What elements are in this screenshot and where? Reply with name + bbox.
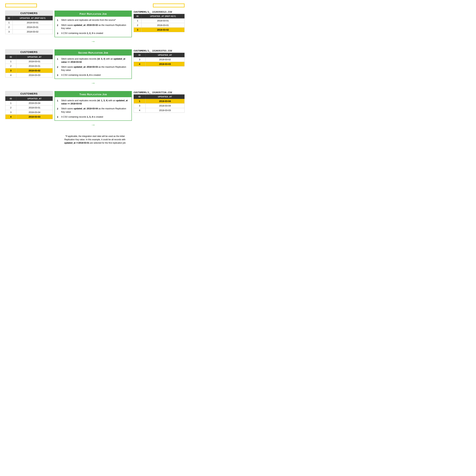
dest-header xyxy=(153,3,185,7)
job-item-number: 3 xyxy=(57,74,60,77)
arrow-icon: → xyxy=(91,122,95,128)
table-row: 32018-03-02 xyxy=(5,68,53,73)
dest-table-first: CUSTOMERS/1_ 1520350313.CSVIDUPDATED_AT … xyxy=(134,11,185,32)
table-cell-date: 2018-03-03 xyxy=(146,62,185,66)
job-box-third: Third Replication Job1Stitch selects and… xyxy=(54,91,132,121)
table-row: 12018-03-04 xyxy=(5,101,53,105)
table-cell-id: 3 xyxy=(5,30,13,34)
table-column-header: UPDATED_AT (REP KEY) xyxy=(141,14,185,18)
job-item-text: Stitch selects and replicates records (i… xyxy=(61,57,129,64)
table-row: 42018-03-03 xyxy=(5,73,53,77)
job-box-wrapper-first: First Replication Job1Stitch selects and… xyxy=(54,11,132,44)
source-data-table-third: IDUPDATED_AT12018-03-0422018-03-0132018-… xyxy=(5,96,53,119)
table-cell-id: 1 xyxy=(5,59,16,64)
table-cell-id: 1 xyxy=(134,99,146,103)
job-item-text: Stitch saves updated_at: 2018-03-04 as t… xyxy=(61,107,129,113)
job-item-2-1: 2Stitch saves updated_at: 2018-03-04 as … xyxy=(57,107,129,113)
source-table-second: CUSTOMERSIDUPDATED_AT12018-03-0122018-03… xyxy=(5,49,53,78)
table-cell-date: 2018-03-01 xyxy=(13,20,53,25)
table-row: 32018-03-04 xyxy=(134,103,185,108)
table-cell-date: 2018-03-02 xyxy=(13,30,53,34)
table-cell-date: 2018-03-01 xyxy=(16,59,53,64)
dest-file-label-third: CUSTOMERS/1_ 1520357726.CSV xyxy=(134,91,185,94)
job-content-second: 1Stitch selects and replicates records (… xyxy=(55,55,132,79)
table-cell-date: 2018-03-03 xyxy=(146,108,185,113)
table-row: 22018-03-01 xyxy=(5,105,53,110)
job-item-1-2: 3A CSV containing records 3, 4 is create… xyxy=(57,73,129,77)
section-row-third: CUSTOMERSIDUPDATED_AT12018-03-0422018-03… xyxy=(3,91,186,128)
table-cell-date: 2018-03-01 xyxy=(16,64,53,68)
job-item-number: 1 xyxy=(57,57,60,61)
table-row: 32018-03-02 xyxy=(134,28,185,32)
table-cell-id: 3 xyxy=(134,28,141,32)
table-cell-date: 2018-03-02 xyxy=(141,28,185,32)
table-cell-date: 2018-03-04 xyxy=(16,101,53,105)
table-cell-date: 2018-03-01 xyxy=(141,18,185,23)
dest-file-label-second: CUSTOMERS/1_ 1520353753.CSV xyxy=(134,49,185,52)
job-content-first: 1Stitch selects and replicates all recor… xyxy=(55,17,132,37)
table-cell-date: 2018-03-04 xyxy=(16,110,53,115)
job-item-1-0: 1Stitch selects and replicates records (… xyxy=(57,57,129,64)
table-row: 12018-03-01 xyxy=(134,18,185,23)
source-title-second: CUSTOMERS xyxy=(5,49,53,55)
table-column-header: ID xyxy=(5,97,16,101)
table-cell-date: 2018-03-01 xyxy=(13,25,53,30)
sections-container: CUSTOMERSIDUPDATED_AT (REP KEY)12018-03-… xyxy=(3,11,186,133)
arrow-icon: → xyxy=(91,39,95,44)
source-data-table-first: IDUPDATED_AT (REP KEY)12018-03-0122018-0… xyxy=(5,16,53,34)
job-item-text: Stitch saves updated_at: 2018-03-02 as t… xyxy=(61,24,129,30)
job-item-text: A CSV containing records 3, 4 is created xyxy=(61,73,129,77)
dest-file-label-first: CUSTOMERS/1_ 1520350313.CSV xyxy=(134,11,185,13)
table-cell-id: 4 xyxy=(134,62,146,66)
table-column-header: UPDATED_AT xyxy=(16,55,53,59)
source-table-first: CUSTOMERSIDUPDATED_AT (REP KEY)12018-03-… xyxy=(5,11,53,34)
job-item-text: A CSV containing records 1, 3, 4 is crea… xyxy=(61,115,129,119)
table-cell-id: 2 xyxy=(5,25,13,30)
source-title-first: CUSTOMERS xyxy=(5,11,53,16)
table-cell-date: 2018-03-03 xyxy=(16,73,53,77)
table-row: 42018-03-03 xyxy=(134,62,185,66)
arrow-second: → xyxy=(91,80,95,86)
source-table-third: CUSTOMERSIDUPDATED_AT12018-03-0422018-03… xyxy=(5,91,53,119)
job-item-text: Stitch selects and replicates records (i… xyxy=(61,99,129,105)
table-column-header: ID xyxy=(5,55,16,59)
job-box-second: Second Replication Job1Stitch selects an… xyxy=(54,49,132,79)
table-row: 32018-03-02 xyxy=(5,30,53,34)
table-column-header: UPDATED_AT xyxy=(146,95,185,99)
dest-table-third: CUSTOMERS/1_ 1520357726.CSVIDUPDATED_AT1… xyxy=(134,91,185,113)
table-cell-id: 4 xyxy=(5,115,16,119)
job-item-text: A CSV containing records 1, 2, 3 is crea… xyxy=(61,32,129,35)
table-cell-id: 3 xyxy=(5,110,16,115)
table-row: 32018-03-02 xyxy=(134,57,185,62)
job-item-number: 3 xyxy=(57,32,60,35)
table-cell-id: 3 xyxy=(134,57,146,62)
source-header xyxy=(5,3,37,7)
job-item-number: 2 xyxy=(57,107,60,110)
table-cell-id: 2 xyxy=(5,105,16,110)
table-row: 12018-03-04 xyxy=(134,99,185,103)
job-item-number: 1 xyxy=(57,99,60,102)
table-cell-date: 2018-03-02 xyxy=(16,68,53,73)
dest-data-table-first: IDUPDATED_AT (REP KEY)12018-03-0122018-0… xyxy=(134,14,185,32)
table-cell-date: 2018-03-03 xyxy=(16,115,53,119)
table-cell-id: 1 xyxy=(5,101,16,105)
table-row: 42018-03-03 xyxy=(134,108,185,113)
table-column-header: ID xyxy=(5,16,13,20)
job-item-number: 2 xyxy=(57,24,60,27)
table-column-header: ID xyxy=(134,53,146,57)
table-cell-id: 1 xyxy=(134,18,141,23)
job-box-first: First Replication Job1Stitch selects and… xyxy=(54,11,132,37)
table-row: 32018-03-04 xyxy=(5,110,53,115)
table-cell-date: 2018-03-02 xyxy=(146,57,185,62)
arrow-icon: → xyxy=(91,80,95,86)
table-row: 12018-03-01 xyxy=(5,59,53,64)
section-row-second: CUSTOMERSIDUPDATED_AT12018-03-0122018-03… xyxy=(3,49,186,86)
job-item-2-2: 3A CSV containing records 1, 3, 4 is cre… xyxy=(57,115,129,119)
table-column-header: ID xyxy=(134,14,141,18)
job-item-number: 3 xyxy=(57,116,60,119)
job-item-0-0: 1Stitch selects and replicates all recor… xyxy=(57,18,129,22)
table-cell-id: 1 xyxy=(5,20,13,25)
main-container: CUSTOMERSIDUPDATED_AT (REP KEY)12018-03-… xyxy=(3,3,186,145)
table-cell-id: 3 xyxy=(5,68,16,73)
job-title-third: Third Replication Job xyxy=(55,91,132,97)
